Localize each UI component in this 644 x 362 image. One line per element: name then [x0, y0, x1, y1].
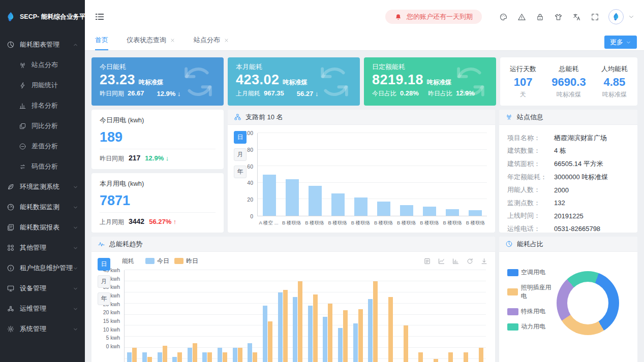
donut-legend-item-特殊用电[interactable]: 特殊用电 [507, 307, 557, 316]
period-toggle-日[interactable]: 日 [98, 258, 110, 271]
bar[interactable] [373, 281, 378, 362]
avatar[interactable] [608, 9, 624, 24]
bar[interactable] [448, 352, 453, 362]
bar[interactable] [142, 352, 147, 362]
bar[interactable] [286, 179, 299, 216]
donut-legend-item-动力用电[interactable]: 动力用电 [507, 322, 557, 331]
bar[interactable] [323, 317, 327, 362]
lock-icon[interactable] [536, 13, 544, 21]
legend-item-今日[interactable]: 今日 [145, 257, 169, 266]
palette-icon[interactable] [499, 13, 508, 21]
tshirt-icon[interactable] [554, 13, 563, 21]
bar[interactable] [163, 346, 167, 362]
bar[interactable] [218, 348, 222, 362]
bar[interactable] [238, 348, 242, 362]
pie-icon [7, 41, 15, 49]
close-icon[interactable] [170, 38, 175, 43]
bar[interactable] [353, 323, 358, 362]
sidebar-subitem-站点分布[interactable]: 站点分布 [0, 55, 85, 75]
bar[interactable] [263, 175, 276, 216]
sidebar-subitem-排名分析[interactable]: 排名分析 [0, 95, 85, 116]
warning-icon[interactable] [517, 13, 526, 21]
linechart-icon[interactable] [438, 257, 445, 265]
bar[interactable] [331, 193, 345, 216]
bar[interactable] [147, 357, 152, 362]
period-toggle-月[interactable]: 月 [98, 275, 110, 288]
bar[interactable] [132, 348, 137, 362]
sidebar-item-租户信息维护管理[interactable]: 租户信息维护管理 [0, 258, 85, 278]
bar[interactable] [434, 359, 438, 362]
bar[interactable] [177, 352, 182, 362]
sidebar-item-系统管理[interactable]: 系统管理 [0, 319, 85, 339]
bar[interactable] [263, 306, 267, 362]
bar[interactable] [368, 299, 373, 362]
refresh-icon[interactable] [466, 257, 474, 265]
bar[interactable] [268, 321, 272, 362]
barchart-icon[interactable] [452, 257, 459, 265]
bar[interactable] [313, 294, 318, 362]
bar[interactable] [418, 352, 423, 362]
tab-首页[interactable]: 首页 [95, 36, 108, 50]
sidebar-subitem-差值分析[interactable]: 差值分析 [0, 136, 85, 156]
account-expiry-alert[interactable]: 您的账户还有一天到期 [385, 10, 482, 24]
download-icon[interactable] [480, 257, 488, 265]
sidebar-subitem-同比分析[interactable]: 同比分析 [0, 116, 85, 136]
bar[interactable] [358, 309, 363, 362]
donut-legend-item-空调用电[interactable]: 空调用电 [507, 268, 557, 277]
translate-icon[interactable] [572, 13, 581, 21]
donut-legend-item-照明插座用电[interactable]: 照明插座用电 [507, 283, 557, 301]
bar[interactable] [469, 210, 482, 216]
bar[interactable] [298, 281, 302, 362]
sidebar-item-环境监测系统[interactable]: 环境监测系统 [0, 177, 85, 197]
period-toggle-年[interactable]: 年 [98, 292, 110, 305]
bar[interactable] [207, 352, 212, 362]
bar[interactable] [233, 348, 237, 362]
period-toggle-年[interactable]: 年 [234, 166, 247, 178]
bar[interactable] [464, 352, 468, 362]
sidebar-item-能耗数据报表[interactable]: 能耗数据报表 [0, 217, 85, 238]
bar[interactable] [308, 306, 313, 362]
bar[interactable] [172, 357, 177, 362]
bar[interactable] [328, 304, 332, 362]
sidebar-item-运维管理[interactable]: 运维管理 [0, 299, 85, 319]
sidebar-subitem-用能统计[interactable]: 用能统计 [0, 75, 85, 95]
bar[interactable] [278, 292, 283, 362]
bar[interactable] [423, 207, 436, 216]
more-button[interactable]: 更多 [604, 36, 637, 49]
bar[interactable] [248, 343, 252, 362]
period-toggle-日[interactable]: 日 [234, 131, 247, 144]
fullscreen-icon[interactable] [591, 13, 599, 21]
bar[interactable] [343, 310, 348, 362]
bar[interactable] [404, 325, 408, 362]
bar[interactable] [309, 186, 322, 216]
bar[interactable] [283, 290, 288, 362]
bar[interactable] [377, 202, 390, 216]
dataview-icon[interactable] [423, 257, 431, 265]
bar[interactable] [446, 209, 459, 216]
bar[interactable] [127, 352, 132, 362]
bar[interactable] [293, 297, 297, 362]
bar[interactable] [223, 352, 227, 362]
tab-仪表状态查询[interactable]: 仪表状态查询 [127, 36, 175, 50]
sidebar-item-其他管理[interactable]: 其他管理 [0, 238, 85, 258]
tab-站点分布[interactable]: 站点分布 [194, 36, 229, 50]
bar[interactable] [158, 352, 162, 362]
chevron-down-icon[interactable] [628, 13, 635, 20]
bar[interactable] [388, 297, 393, 362]
bar[interactable] [202, 352, 207, 362]
sidebar-item-能耗数据监测[interactable]: 能耗数据监测 [0, 197, 85, 217]
sidebar-item-能耗图表管理[interactable]: 能耗图表管理 [0, 35, 85, 55]
sidebar-subitem-码值分析[interactable]: 码值分析 [0, 156, 85, 177]
bar[interactable] [354, 198, 367, 216]
bar[interactable] [193, 343, 197, 362]
bar[interactable] [400, 205, 413, 216]
close-icon[interactable] [224, 38, 229, 43]
bar[interactable] [253, 352, 257, 362]
sidebar-item-设备管理[interactable]: 设备管理 [0, 278, 85, 299]
bar[interactable] [479, 348, 483, 362]
bar[interactable] [338, 328, 343, 362]
menu-collapse-icon[interactable] [94, 11, 105, 22]
period-toggle-月[interactable]: 月 [234, 148, 247, 161]
bar[interactable] [188, 348, 192, 362]
legend-item-昨日[interactable]: 昨日 [174, 257, 198, 266]
